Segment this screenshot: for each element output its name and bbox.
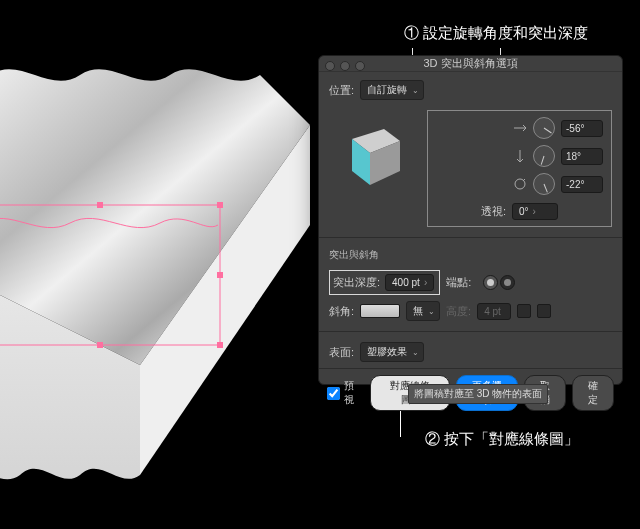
angle-z-dial[interactable] [533,173,555,195]
extrude-depth-field[interactable]: 400 pt [385,274,434,291]
svg-rect-7 [97,342,103,348]
angle-y-dial[interactable] [533,145,555,167]
angle-x-field[interactable]: -56° [561,120,603,137]
chevron-down-icon: ⌄ [412,348,419,357]
titlebar: 3D 突出與斜角選項 [319,56,622,72]
chevron-down-icon: ⌄ [428,307,435,316]
cap-off-icon[interactable] [500,275,515,290]
height-field: 4 pt [477,303,511,320]
3d-extrude-dialog: 3D 突出與斜角選項 位置: 自訂旋轉⌄ -56° [318,55,623,385]
annotation-1: ① 設定旋轉角度和突出深度 [404,24,588,43]
angle-controls: -56° 18° -22° 透視: 0° [427,110,612,227]
cap-label: 端點: [446,275,471,290]
axis-x-icon [513,121,527,135]
position-label: 位置: [329,83,354,98]
zoom-icon[interactable] [355,61,365,71]
axis-z-icon [513,177,527,191]
cap-on-icon[interactable] [483,275,498,290]
preview-checkbox-input[interactable] [327,387,340,400]
axis-y-icon [513,149,527,163]
rotation-cube[interactable] [329,110,419,200]
window-controls[interactable] [325,61,365,71]
bevel-in-icon[interactable] [517,304,531,318]
close-icon[interactable] [325,61,335,71]
height-label: 高度: [446,304,471,319]
cap-toggle[interactable] [483,275,515,290]
extrude-section-label: 突出與斜角 [329,248,612,262]
svg-rect-0 [0,205,220,345]
svg-rect-8 [217,342,223,348]
angle-z-field[interactable]: -22° [561,176,603,193]
svg-rect-3 [217,202,223,208]
surface-select[interactable]: 塑膠效果⌄ [360,342,424,362]
chevron-down-icon: ⌄ [412,86,419,95]
position-select[interactable]: 自訂旋轉⌄ [360,80,424,100]
annotation-2: ② 按下「對應線條圖」 [425,430,579,449]
bevel-out-icon[interactable] [537,304,551,318]
bevel-swatch [360,304,400,318]
ok-button[interactable]: 確定 [572,375,614,411]
extrude-label: 突出深度: [333,275,380,290]
3d-preview-art [0,35,320,495]
minimize-icon[interactable] [340,61,350,71]
preview-checkbox[interactable]: 預視 [327,379,364,407]
svg-rect-5 [217,272,223,278]
bevel-label: 斜角: [329,304,354,319]
svg-rect-2 [97,202,103,208]
perspective-field[interactable]: 0° [512,203,558,220]
map-art-tooltip: 將圖稿對應至 3D 物件的表面 [408,384,548,404]
extrude-depth-highlight: 突出深度: 400 pt [329,270,440,295]
perspective-label: 透視: [481,204,506,219]
angle-y-field[interactable]: 18° [561,148,603,165]
surface-label: 表面: [329,345,354,360]
position-row: 位置: 自訂旋轉⌄ [329,80,612,100]
dialog-title: 3D 突出與斜角選項 [423,56,517,71]
bevel-select[interactable]: 無⌄ [406,301,440,321]
preview-label: 預視 [344,379,364,407]
angle-x-dial[interactable] [533,117,555,139]
